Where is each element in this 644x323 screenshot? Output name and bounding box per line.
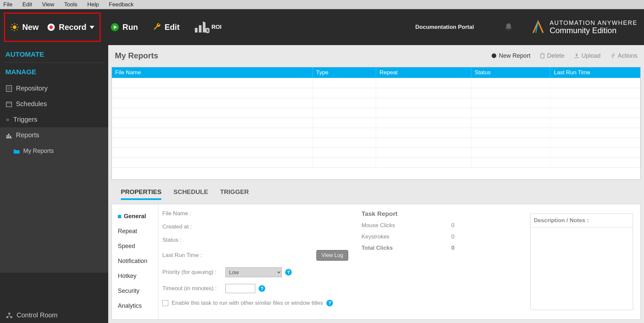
sidebar-item-repository[interactable]: Repository [0, 81, 108, 96]
prop-tab-hotkey[interactable]: Hotkey [112, 269, 158, 284]
label-file-name: File Name : [162, 210, 222, 217]
sidebar-subitem-my-reports[interactable]: My Reports [13, 146, 108, 157]
table-row[interactable] [112, 148, 640, 158]
col-file-name[interactable]: File Name [112, 67, 313, 78]
col-repeat[interactable]: Repeat [376, 67, 471, 78]
help-icon[interactable]: ? [326, 300, 333, 306]
svg-rect-14 [195, 28, 198, 32]
document-icon [6, 85, 12, 92]
menu-tools[interactable]: Tools [64, 1, 77, 8]
col-status[interactable]: Status [471, 67, 550, 78]
calendar-icon [6, 101, 12, 107]
logo-icon [530, 19, 546, 35]
properties-panel: General Repeat Speed Notification Hotkey… [112, 204, 641, 320]
general-fields: File Name : Created at : Status : Last R… [162, 210, 348, 313]
prop-tab-security[interactable]: Security [112, 284, 158, 298]
help-icon[interactable]: ? [259, 285, 265, 292]
table-row[interactable] [112, 98, 640, 108]
table-row[interactable] [112, 78, 640, 88]
menu-file[interactable]: File [3, 1, 12, 8]
dropdown-triangle-icon [90, 25, 94, 30]
table-row[interactable] [112, 88, 640, 98]
edit-button[interactable]: Edit [153, 23, 180, 32]
record-button[interactable]: Record [47, 23, 94, 32]
sidebar-item-control-room[interactable]: Control Room [0, 307, 108, 323]
actions-label: Actions [618, 52, 637, 59]
new-button[interactable]: New [10, 23, 39, 32]
col-type[interactable]: Type [313, 67, 376, 78]
sidebar-item-label: Control Room [17, 311, 57, 319]
sidebar-header-automate[interactable]: AUTOMATE [0, 45, 108, 62]
circle-icon [491, 53, 497, 59]
sidebar-item-triggers[interactable]: » Triggers [0, 112, 108, 127]
prop-tab-notification[interactable]: Notification [112, 254, 158, 269]
prop-tab-general[interactable]: General [112, 209, 158, 224]
view-log-button[interactable]: View Log [316, 250, 348, 261]
help-icon[interactable]: ? [285, 269, 292, 276]
svg-line-8 [17, 24, 18, 25]
menu-feedback[interactable]: Feedback [109, 1, 134, 8]
sidebar-header-manage[interactable]: MANAGE [0, 66, 108, 81]
roi-icon: $ [194, 21, 209, 34]
reports-table: File Name Type Repeat Status Last Run Ti… [112, 67, 641, 180]
table-header-row: File Name Type Repeat Status Last Run Ti… [112, 67, 640, 78]
sidebar-item-label: Triggers [13, 116, 38, 123]
edit-label: Edit [165, 23, 180, 32]
menu-bar: File Edit View Tools Help Feedback [0, 0, 644, 9]
prop-tab-speed[interactable]: Speed [112, 239, 158, 254]
menu-view[interactable]: View [42, 1, 54, 8]
chevrons-icon: » [6, 116, 9, 123]
value-total-clicks: 0 [451, 245, 454, 251]
roi-button[interactable]: $ ROI [194, 21, 221, 34]
svg-point-38 [492, 53, 496, 58]
upload-button[interactable]: Upload [574, 52, 601, 59]
sun-icon [10, 23, 19, 32]
new-report-button[interactable]: New Report [491, 52, 530, 59]
table-row[interactable] [112, 128, 640, 138]
menu-help[interactable]: Help [87, 1, 99, 8]
delete-button[interactable]: Delete [540, 52, 564, 59]
table-row[interactable] [112, 118, 640, 128]
enable-task-checkbox[interactable] [162, 300, 168, 306]
prop-tab-repeat[interactable]: Repeat [112, 224, 158, 239]
notifications-bell-icon[interactable] [504, 22, 513, 32]
table-row[interactable] [112, 158, 640, 167]
brand-line1: AUTOMATION ANYWHERE [550, 20, 637, 26]
svg-point-0 [13, 26, 17, 29]
label-priority: Priority (for queuing) : [162, 269, 222, 276]
table-row[interactable] [112, 108, 640, 118]
panel-header: My Reports New Report Delete Upload Acti… [112, 48, 641, 63]
folder-icon [13, 149, 20, 154]
tab-trigger[interactable]: TRIGGER [220, 188, 249, 200]
table-row[interactable] [112, 138, 640, 148]
sidebar-item-reports[interactable]: Reports [0, 127, 108, 143]
prop-tab-analytics[interactable]: Analytics [112, 298, 158, 313]
svg-rect-24 [6, 102, 12, 107]
col-last-run[interactable]: Last Run Time [550, 67, 640, 78]
label-mouse-clicks: Mouse Clicks [362, 222, 395, 229]
actions-button[interactable]: Actions [610, 52, 637, 59]
brand-line2: Community Edition [550, 26, 637, 34]
svg-rect-34 [10, 316, 12, 318]
trash-icon [540, 53, 545, 59]
menu-edit[interactable]: Edit [22, 1, 32, 8]
active-dot-icon [118, 215, 121, 218]
documentation-portal-link[interactable]: Documentation Portal [415, 24, 474, 31]
tab-properties[interactable]: PROPERTIES [121, 188, 161, 200]
label-last-run: Last Run Time : [162, 252, 222, 259]
notes-title: Description / Notes : [530, 214, 633, 227]
notes-box[interactable]: Description / Notes : [530, 214, 633, 310]
run-label: Run [122, 23, 138, 32]
task-report-heading: Task Report [362, 210, 474, 218]
properties-sidetabs: General Repeat Speed Notification Hotkey… [112, 204, 158, 319]
sidebar-item-label: Reports [16, 131, 39, 139]
tabs-row: PROPERTIES SCHEDULE TRIGGER [112, 184, 641, 200]
priority-select[interactable]: Low [225, 267, 282, 277]
sidebar-item-schedules[interactable]: Schedules [0, 96, 108, 112]
timeout-input[interactable] [225, 284, 255, 293]
svg-line-7 [12, 30, 12, 30]
brand-logo: AUTOMATION ANYWHERE Community Edition [530, 19, 637, 35]
run-button[interactable]: Run [111, 23, 138, 32]
svg-line-36 [7, 316, 9, 316]
tab-schedule[interactable]: SCHEDULE [173, 188, 208, 200]
